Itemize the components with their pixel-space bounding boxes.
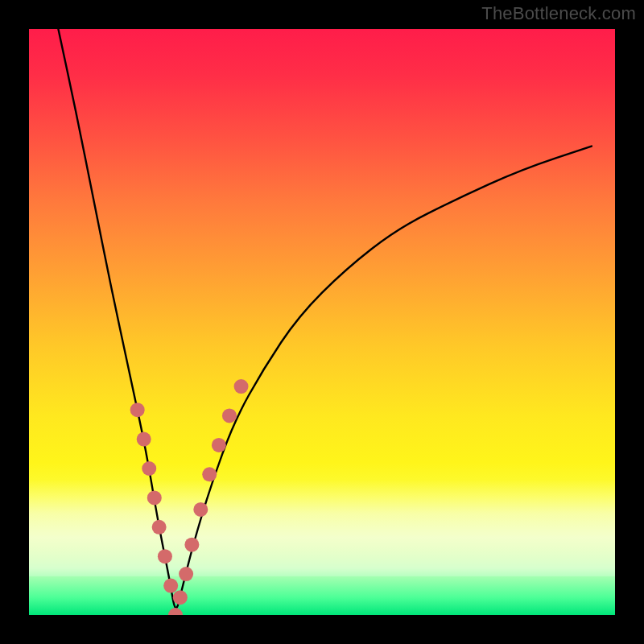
dot [173, 590, 188, 605]
dot [152, 520, 167, 535]
watermark: TheBottleneck.com [481, 3, 636, 24]
bottleneck-curve [58, 29, 591, 608]
highlighted-dots [130, 379, 249, 615]
dot [222, 408, 237, 423]
dot [212, 438, 226, 452]
dot [179, 567, 193, 581]
dot [202, 467, 217, 481]
dot [142, 461, 156, 476]
dot [130, 402, 145, 417]
dot [147, 490, 162, 505]
dot [193, 502, 208, 517]
dot [158, 549, 172, 564]
dot [184, 538, 199, 552]
dot [168, 608, 183, 615]
curve-layer [29, 29, 615, 615]
dot [137, 432, 151, 447]
chart-frame: TheBottleneck.com [0, 0, 644, 644]
dot [163, 579, 178, 593]
plot-area [29, 29, 615, 615]
dot [234, 379, 249, 394]
